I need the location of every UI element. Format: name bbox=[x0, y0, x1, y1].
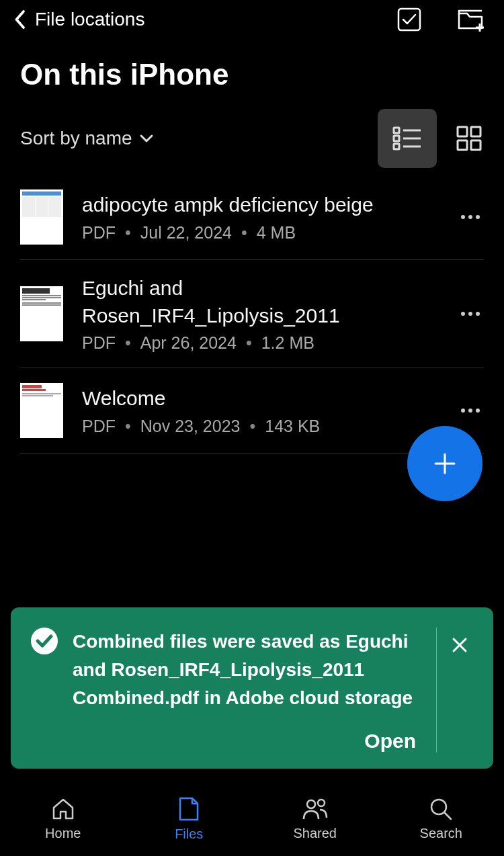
svg-point-17 bbox=[468, 312, 472, 316]
view-toggle-group bbox=[378, 109, 484, 168]
svg-point-27 bbox=[307, 800, 315, 808]
file-info: Welcome PDF • Nov 23, 2023 • 143 KB bbox=[82, 385, 438, 436]
svg-rect-0 bbox=[398, 9, 420, 30]
file-more-button[interactable] bbox=[457, 408, 484, 413]
nav-files[interactable]: Files bbox=[126, 781, 253, 856]
toast-divider bbox=[436, 628, 437, 753]
svg-point-28 bbox=[318, 800, 325, 806]
svg-point-20 bbox=[468, 409, 472, 413]
file-info: adipocyte ampk deficiency beige PDF • Ju… bbox=[82, 191, 438, 243]
svg-point-18 bbox=[476, 312, 480, 316]
header-bar: File locations bbox=[0, 0, 504, 39]
file-row[interactable]: Eguchi and Rosen_IRF4_Lipolysis_2011 PDF… bbox=[20, 260, 484, 368]
nav-shared[interactable]: Shared bbox=[252, 781, 378, 856]
svg-rect-12 bbox=[471, 140, 480, 150]
file-thumbnail bbox=[20, 383, 63, 438]
bottom-nav: Home Files Shared Search bbox=[0, 781, 504, 856]
nav-label: Shared bbox=[294, 826, 337, 841]
file-row[interactable]: adipocyte ampk deficiency beige PDF • Ju… bbox=[20, 180, 484, 260]
svg-point-24 bbox=[31, 628, 58, 654]
file-meta: PDF • Apr 26, 2024 • 1.2 MB bbox=[82, 333, 438, 353]
select-mode-button[interactable] bbox=[396, 7, 422, 32]
toast-message: Combined files were saved as Eguchi and … bbox=[73, 628, 425, 712]
svg-rect-3 bbox=[394, 128, 399, 133]
file-info: Eguchi and Rosen_IRF4_Lipolysis_2011 PDF… bbox=[82, 275, 438, 353]
page-title: On this iPhone bbox=[0, 39, 504, 109]
nav-label: Files bbox=[175, 826, 203, 842]
controls-row: Sort by name bbox=[0, 109, 504, 180]
add-fab[interactable] bbox=[407, 426, 482, 501]
nav-label: Search bbox=[420, 826, 462, 841]
toast-content: Combined files were saved as Eguchi and … bbox=[31, 628, 425, 753]
more-horizontal-icon bbox=[460, 214, 480, 220]
svg-point-14 bbox=[468, 215, 472, 219]
file-more-button[interactable] bbox=[457, 311, 484, 316]
svg-point-29 bbox=[431, 800, 446, 814]
file-name: Eguchi and Rosen_IRF4_Lipolysis_2011 bbox=[82, 275, 438, 329]
sort-label: Sort by name bbox=[20, 128, 132, 149]
file-meta: PDF • Nov 23, 2023 • 143 KB bbox=[82, 417, 438, 436]
file-thumbnail bbox=[20, 189, 63, 245]
svg-point-21 bbox=[476, 409, 480, 413]
folder-plus-icon bbox=[457, 7, 484, 32]
file-thumbnail bbox=[20, 286, 63, 341]
chevron-down-icon bbox=[139, 134, 154, 143]
svg-point-16 bbox=[461, 312, 465, 316]
plus-icon bbox=[433, 452, 457, 476]
nav-search[interactable]: Search bbox=[378, 781, 505, 856]
close-icon bbox=[452, 637, 468, 653]
svg-rect-7 bbox=[394, 144, 399, 149]
svg-rect-10 bbox=[471, 127, 480, 136]
grid-view-button[interactable] bbox=[454, 124, 484, 153]
success-icon bbox=[31, 628, 58, 753]
home-icon bbox=[50, 796, 76, 822]
people-icon bbox=[301, 796, 329, 822]
svg-point-13 bbox=[461, 215, 465, 219]
file-list: adipocyte ampk deficiency beige PDF • Ju… bbox=[0, 180, 504, 454]
search-icon bbox=[428, 796, 454, 822]
list-view-icon bbox=[392, 125, 422, 152]
file-name: adipocyte ampk deficiency beige bbox=[82, 191, 438, 219]
more-horizontal-icon bbox=[460, 311, 480, 316]
header-back-label: File locations bbox=[35, 9, 144, 30]
svg-rect-11 bbox=[458, 140, 467, 150]
checkbox-icon bbox=[396, 7, 422, 32]
nav-home[interactable]: Home bbox=[0, 781, 126, 856]
svg-point-15 bbox=[476, 215, 480, 219]
toast-notification: Combined files were saved as Eguchi and … bbox=[11, 607, 493, 769]
file-more-button[interactable] bbox=[457, 214, 484, 220]
toast-open-button[interactable]: Open bbox=[73, 730, 425, 753]
toast-close-button[interactable] bbox=[441, 628, 478, 753]
list-view-button[interactable] bbox=[378, 109, 437, 168]
more-horizontal-icon bbox=[460, 408, 480, 413]
header-actions bbox=[396, 7, 484, 32]
file-icon bbox=[177, 796, 200, 822]
chevron-left-icon bbox=[13, 9, 26, 30]
back-button[interactable]: File locations bbox=[13, 9, 144, 30]
file-meta: PDF • Jul 22, 2024 • 4 MB bbox=[82, 223, 438, 243]
file-name: Welcome bbox=[82, 385, 438, 413]
svg-point-19 bbox=[461, 409, 465, 413]
svg-rect-9 bbox=[458, 127, 467, 136]
sort-button[interactable]: Sort by name bbox=[20, 128, 154, 149]
nav-label: Home bbox=[45, 826, 81, 841]
new-folder-button[interactable] bbox=[457, 7, 484, 32]
grid-view-icon bbox=[456, 125, 482, 152]
svg-line-30 bbox=[445, 813, 451, 819]
svg-rect-5 bbox=[394, 136, 399, 141]
